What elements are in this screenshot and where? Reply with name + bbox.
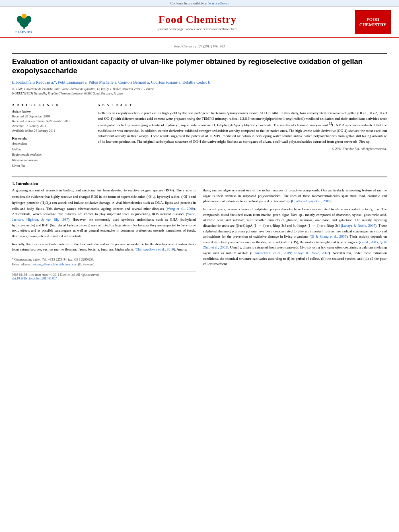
affil-b: b GREENTECH Naturally, Biopôle Clermont … bbox=[12, 91, 387, 96]
body-col-left: A growing amount of research in biology … bbox=[12, 188, 196, 280]
copyright: © 2011 Elsevier Ltd. All rights reserved… bbox=[98, 147, 387, 151]
history-available: Available online 25 January 2011 bbox=[12, 129, 90, 134]
abstract-title: A B S T R A C T bbox=[98, 103, 387, 108]
ref-chattopadhyay[interactable]: Chattopadhyay et al., 2010 bbox=[136, 247, 174, 251]
body-para-1: A growing amount of research in biology … bbox=[12, 188, 196, 239]
elsevier-text: ELSEVIER bbox=[15, 31, 33, 34]
svg-point-3 bbox=[26, 16, 31, 23]
doi-line[interactable]: doi:10.1016/j.foodchem.2011.01.067 bbox=[12, 277, 196, 280]
body-para-4: In recent years, several classes of sulp… bbox=[203, 207, 387, 267]
footnote-corresponding: * Corresponding author. Tel.: +33 3 2253… bbox=[12, 258, 196, 262]
body-divider bbox=[12, 177, 387, 177]
ref-qi2005[interactable]: Qi et al., 2005 bbox=[358, 240, 378, 244]
abstract-col: A B S T R A C T Gellan is an exopolysacc… bbox=[98, 103, 387, 172]
history-title: Article history: bbox=[12, 110, 90, 113]
history-accepted: Accepted 18 January 2011 bbox=[12, 124, 90, 129]
abstract-text: Gellan is an exopolysaccharide produced … bbox=[98, 111, 387, 144]
top-bar: Contents lists available at ScienceDirec… bbox=[0, 0, 399, 7]
ref-wade[interactable]: Wade, Jackson, Highton, & van Rij, 1987 bbox=[12, 212, 196, 222]
issn-line: 0308-8146/$ – see front matter © 2011 El… bbox=[12, 273, 196, 277]
ref-wang[interactable]: Wang et al., 2009 bbox=[167, 207, 194, 211]
journal-header: ELSEVIER Food Chemistry journal homepage… bbox=[0, 7, 399, 38]
ref-qi-zhang[interactable]: Qi & Zhang et al., 2005 bbox=[311, 234, 346, 238]
keywords-title: Keywords: bbox=[12, 137, 90, 140]
ref-lahaye1[interactable]: Lahaye & Robic, 2007 bbox=[342, 224, 375, 228]
keywords-section: Keywords: Antioxidant Gellan Regiospecif… bbox=[12, 137, 90, 168]
affil-a: a LPMV, Université de Picardie Jules Ver… bbox=[12, 87, 387, 91]
body-content: 1. Introduction A growing amount of rese… bbox=[12, 181, 387, 280]
footnotes: * Corresponding author. Tel.: +33 3 2253… bbox=[12, 256, 196, 267]
article-info-title: A R T I C L E I N F O bbox=[12, 103, 90, 108]
body-col-right: them, marine algae represent one of the … bbox=[203, 188, 387, 280]
keyword-3: Regiospecific oxidation bbox=[12, 152, 90, 158]
email-link[interactable]: redouan_elboutachfaiti@hotmail.com bbox=[32, 263, 78, 266]
bottom-bar: 0308-8146/$ – see front matter © 2011 El… bbox=[12, 271, 196, 280]
body-para-3: them, marine algae represent one of the … bbox=[203, 188, 387, 204]
body-para-2: Recently, there is a considerable intere… bbox=[12, 242, 196, 253]
ref-lahaye2[interactable]: Lahaye & Robic, 2007 bbox=[294, 251, 329, 255]
sciencedirect-label: Contents lists available at bbox=[171, 1, 208, 5]
authors: Elboutachfaiti Redouan a,*, Petit Emmanu… bbox=[12, 79, 387, 85]
keyword-4: Rhamnoglucuronan bbox=[12, 158, 90, 163]
keyword-1: Antioxidant bbox=[12, 141, 90, 147]
history-received: Received 20 September 2010 bbox=[12, 114, 90, 119]
footnote-email: E-mail address: redouan_elboutachfaiti@h… bbox=[12, 263, 196, 267]
journal-homepage: journal homepage: www.elsevier.com/locat… bbox=[40, 27, 355, 31]
ref-chattopadhyay2[interactable]: Chattopadhyay et al., 2010 bbox=[292, 199, 330, 203]
sciencedirect-link[interactable]: ScienceDirect bbox=[208, 1, 228, 5]
section-divider bbox=[12, 100, 387, 100]
body-two-col: A growing amount of research in biology … bbox=[12, 188, 387, 280]
article-area: Food Chemistry 127 (2011) 976–983 Evalua… bbox=[0, 38, 399, 286]
journal-title: Food Chemistry bbox=[40, 14, 355, 26]
elsevier-tree-icon bbox=[14, 10, 34, 31]
section1-title: 1. Introduction bbox=[12, 181, 387, 186]
food-logo-title: FOOD CHEMISTRY bbox=[359, 17, 386, 27]
article-info-abstract: A R T I C L E I N F O Article history: R… bbox=[12, 103, 387, 172]
citation-line: Food Chemistry 127 (2011) 976–983 bbox=[12, 44, 387, 48]
svg-point-2 bbox=[17, 16, 23, 23]
history-revised: Received in revised form 14 November 201… bbox=[12, 119, 90, 124]
svg-point-4 bbox=[22, 14, 27, 18]
elsevier-logo: ELSEVIER bbox=[8, 10, 40, 34]
keyword-5: Ulvan like bbox=[12, 163, 90, 169]
ref-elbout[interactable]: Elboutachfaiti et al., 2009 bbox=[251, 251, 291, 255]
article-info-col: A R T I C L E I N F O Article history: R… bbox=[12, 103, 90, 172]
journal-header-center: Food Chemistry journal homepage: www.els… bbox=[40, 14, 355, 31]
keyword-2: Gellan bbox=[12, 147, 90, 152]
article-info-section: A R T I C L E I N F O Article history: R… bbox=[12, 103, 90, 134]
food-chemistry-logo: FOOD CHEMISTRY bbox=[355, 10, 391, 34]
affiliations: a LPMV, Université de Picardie Jules Ver… bbox=[12, 87, 387, 96]
article-title: Evaluation of antioxidant capacity of ul… bbox=[12, 57, 387, 76]
title-divider-top bbox=[12, 53, 387, 54]
